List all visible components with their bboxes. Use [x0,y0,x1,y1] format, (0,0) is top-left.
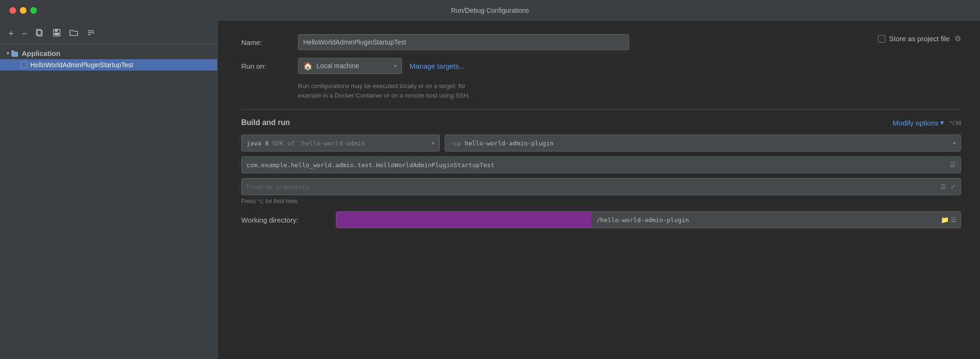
close-button[interactable] [9,7,16,14]
store-project-label: Store as project file [889,35,950,43]
svg-rect-3 [55,29,58,32]
classpath-text: -cp hello-world-admin-plugin [450,140,553,147]
remove-config-button[interactable]: − [20,28,29,39]
working-dir-label: Working directory: [241,216,336,224]
program-args-icons: ☰ ⤢ [940,183,956,190]
store-project-section: Store as project file ⚙ [878,34,961,43]
tree-group-label: Application [22,49,61,57]
classpath-dropdown[interactable]: -cp hello-world-admin-plugin ▾ [445,135,961,152]
modify-options-area: Modify options ▾ ⌥M [892,118,961,127]
titlebar: Run/Debug Configurations [0,0,980,21]
section-divider [241,109,961,110]
folder-icon [11,50,19,57]
add-config-button[interactable]: + [7,28,16,39]
main-class-row: com.example.hello_world.admin.test.Hello… [241,156,961,173]
local-machine-text: Local machine [316,62,390,70]
name-row: Name: [241,34,961,50]
field-hint: Press ⌥ for field hints [241,198,961,205]
modify-options-chevron-icon: ▾ [940,118,944,127]
build-run-header: Build and run Modify options ▾ ⌥M [241,118,961,127]
file-icon [21,62,27,68]
copy-config-button[interactable] [34,27,46,39]
store-project-checkbox[interactable] [878,35,885,43]
minimize-button[interactable] [20,7,26,14]
sidebar-toolbar: + − [0,25,217,45]
sidebar: + − [0,21,218,359]
name-label: Name: [241,38,298,46]
working-dir-path: /hello-world-admin-plugin [592,216,941,224]
name-input[interactable] [298,34,629,50]
run-on-hint: Run configurations may be executed local… [298,81,961,100]
main-class-text: com.example.hello_world.admin.test.Hello… [246,162,950,169]
tree-arrow-icon: ▾ [7,50,9,56]
home-icon: 🏠 [303,62,313,71]
text-area-icon[interactable]: ☰ [940,183,946,190]
gear-icon[interactable]: ⚙ [954,34,961,43]
working-dir-row: Working directory: /hello-world-admin-pl… [241,211,961,228]
sdk-dropdown[interactable]: java 8 SDK of 'hello-world-admin ▾ [241,135,440,152]
modify-options-shortcut: ⌥M [949,119,961,126]
modify-options-button[interactable]: Modify options ▾ [892,118,944,127]
run-on-label: Run on: [241,62,298,70]
tree-group: ▾ Application HelloWorldAdminPluginStart… [0,45,217,73]
build-run-title: Build and run [241,118,290,127]
save-config-button[interactable] [51,27,63,39]
sdk-classpath-row: java 8 SDK of 'hello-world-admin ▾ -cp h… [241,135,961,152]
program-args-row[interactable]: Program arguments ☰ ⤢ [241,178,961,195]
tree-group-application[interactable]: ▾ Application [0,47,217,59]
maximize-button[interactable] [30,7,37,14]
run-on-row: Run on: 🏠 Local machine ▾ Manage targets… [241,58,961,74]
sort-button[interactable] [85,27,97,39]
window-controls [9,7,37,14]
program-args-placeholder: Program arguments [246,183,940,190]
working-dir-field: /hello-world-admin-plugin 📁 ☰ [336,211,961,228]
browse-icon[interactable]: ☰ [950,161,956,169]
sdk-text: java 8 SDK of 'hello-world-admin [246,140,365,147]
working-dir-browse-icon[interactable]: ☰ [951,216,957,224]
local-machine-dropdown[interactable]: 🏠 Local machine ▾ [298,58,402,74]
tree-item-label: HelloWorldAdminPluginStartupTest [30,61,133,69]
modify-options-label: Modify options [892,119,938,127]
sdk-dropdown-arrow-icon: ▾ [432,140,435,146]
working-dir-highlight [336,212,592,228]
manage-targets-link[interactable]: Manage targets... [410,62,465,70]
folder-browse-icon[interactable]: 📁 [941,216,949,224]
svg-rect-4 [54,33,59,35]
expand-icon[interactable]: ⤢ [950,183,956,190]
folder-button[interactable] [68,28,80,39]
working-dir-actions: 📁 ☰ [941,216,961,224]
tree-item-config[interactable]: HelloWorldAdminPluginStartupTest [0,59,217,71]
window-title: Run/Debug Configurations [451,7,529,14]
dropdown-arrow-icon: ▾ [394,63,397,69]
classpath-dropdown-arrow-icon: ▾ [953,140,956,146]
content-panel: Store as project file ⚙ Name: Run on: 🏠 … [218,21,980,359]
main-container: + − [0,21,980,359]
